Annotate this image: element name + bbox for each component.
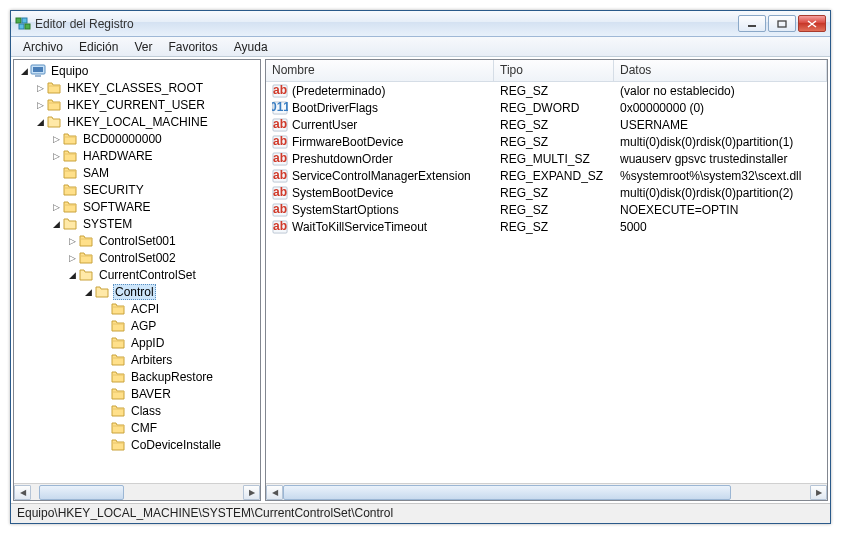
tree-item[interactable]: BackupRestore: [14, 368, 260, 385]
col-nombre[interactable]: Nombre: [266, 60, 494, 81]
tree-item-label: HKEY_CURRENT_USER: [65, 98, 207, 112]
registry-tree[interactable]: ◢ Equipo ▷ HKEY_CLASSES_ROOT ▷ HKEY_CURR…: [14, 60, 260, 483]
expand-closed-icon[interactable]: ▷: [50, 202, 62, 212]
tree-item-label: Class: [129, 404, 163, 418]
folder-icon: [30, 64, 46, 78]
tree-item[interactable]: ◢ SYSTEM: [14, 215, 260, 232]
folder-icon: [62, 183, 78, 197]
tree-item[interactable]: SAM: [14, 164, 260, 181]
scroll-thumb[interactable]: [283, 485, 731, 500]
value-name: WaitToKillServiceTimeout: [292, 220, 427, 234]
tree-item[interactable]: Arbiters: [14, 351, 260, 368]
expand-closed-icon[interactable]: ▷: [34, 83, 46, 93]
scroll-left-icon[interactable]: ◀: [266, 485, 283, 500]
scroll-right-icon[interactable]: ▶: [243, 485, 260, 500]
list-row[interactable]: 011 BootDriverFlags REG_DWORD 0x00000000…: [266, 99, 827, 116]
list-row[interactable]: ab SystemStartOptions REG_SZ NOEXECUTE=O…: [266, 201, 827, 218]
tree-item[interactable]: CMF: [14, 419, 260, 436]
value-data: wuauserv gpsvc trustedinstaller: [614, 152, 827, 166]
tree-item[interactable]: ◢ CurrentControlSet: [14, 266, 260, 283]
expand-open-icon[interactable]: ◢: [34, 117, 46, 127]
expand-closed-icon[interactable]: ▷: [50, 134, 62, 144]
tree-item[interactable]: ▷ ControlSet002: [14, 249, 260, 266]
expand-open-icon[interactable]: ◢: [82, 287, 94, 297]
tree-item[interactable]: ACPI: [14, 300, 260, 317]
menubar: Archivo Edición Ver Favoritos Ayuda: [11, 37, 830, 57]
string-value-icon: ab: [272, 84, 288, 98]
menu-ver[interactable]: Ver: [126, 38, 160, 56]
string-value-icon: ab: [272, 135, 288, 149]
list-row[interactable]: ab WaitToKillServiceTimeout REG_SZ 5000: [266, 218, 827, 235]
tree-item[interactable]: BAVER: [14, 385, 260, 402]
list-row[interactable]: ab (Predeterminado) REG_SZ (valor no est…: [266, 82, 827, 99]
tree-item-label: BAVER: [129, 387, 173, 401]
tree-item[interactable]: Class: [14, 402, 260, 419]
scroll-track[interactable]: [283, 485, 810, 500]
col-tipo[interactable]: Tipo: [494, 60, 614, 81]
tree-item[interactable]: ▷ ControlSet001: [14, 232, 260, 249]
folder-icon: [110, 353, 126, 367]
list-row[interactable]: ab ServiceControlManagerExtension REG_EX…: [266, 167, 827, 184]
value-type: REG_SZ: [494, 118, 614, 132]
scroll-right-icon[interactable]: ▶: [810, 485, 827, 500]
maximize-button[interactable]: [768, 15, 796, 32]
svg-rect-4: [748, 25, 756, 27]
menu-edicion[interactable]: Edición: [71, 38, 126, 56]
expand-open-icon[interactable]: ◢: [18, 66, 30, 76]
value-type: REG_SZ: [494, 186, 614, 200]
value-data: %systemroot%\system32\scext.dll: [614, 169, 827, 183]
svg-text:ab: ab: [273, 152, 287, 165]
expand-closed-icon[interactable]: ▷: [66, 253, 78, 263]
value-data: multi(0)disk(0)rdisk(0)partition(2): [614, 186, 827, 200]
string-value-icon: ab: [272, 152, 288, 166]
menu-favoritos[interactable]: Favoritos: [160, 38, 225, 56]
value-type: REG_SZ: [494, 135, 614, 149]
value-data: USERNAME: [614, 118, 827, 132]
tree-item[interactable]: ◢ Equipo: [14, 62, 260, 79]
tree-item[interactable]: AppID: [14, 334, 260, 351]
scroll-track[interactable]: [31, 485, 243, 500]
tree-item[interactable]: SECURITY: [14, 181, 260, 198]
tree-pane: ◢ Equipo ▷ HKEY_CLASSES_ROOT ▷ HKEY_CURR…: [13, 59, 261, 501]
tree-item[interactable]: ▷ HKEY_CLASSES_ROOT: [14, 79, 260, 96]
svg-rect-2: [19, 24, 24, 29]
tree-item[interactable]: ▷ HKEY_CURRENT_USER: [14, 96, 260, 113]
menu-ayuda[interactable]: Ayuda: [226, 38, 276, 56]
tree-item[interactable]: ▷ BCD00000000: [14, 130, 260, 147]
list-row[interactable]: ab SystemBootDevice REG_SZ multi(0)disk(…: [266, 184, 827, 201]
scroll-thumb[interactable]: [39, 485, 124, 500]
list-row[interactable]: ab FirmwareBootDevice REG_SZ multi(0)dis…: [266, 133, 827, 150]
list-row[interactable]: ab CurrentUser REG_SZ USERNAME: [266, 116, 827, 133]
tree-item[interactable]: ◢ HKEY_LOCAL_MACHINE: [14, 113, 260, 130]
col-datos[interactable]: Datos: [614, 60, 827, 81]
expand-open-icon[interactable]: ◢: [66, 270, 78, 280]
tree-item[interactable]: ▷ HARDWARE: [14, 147, 260, 164]
values-list[interactable]: ab (Predeterminado) REG_SZ (valor no est…: [266, 82, 827, 483]
binary-value-icon: 011: [272, 101, 288, 115]
value-type: REG_MULTI_SZ: [494, 152, 614, 166]
folder-icon: [110, 421, 126, 435]
expand-closed-icon[interactable]: ▷: [66, 236, 78, 246]
tree-item-label: SOFTWARE: [81, 200, 153, 214]
tree-item[interactable]: AGP: [14, 317, 260, 334]
list-row[interactable]: ab PreshutdownOrder REG_MULTI_SZ wuauser…: [266, 150, 827, 167]
minimize-button[interactable]: [738, 15, 766, 32]
scroll-left-icon[interactable]: ◀: [14, 485, 31, 500]
expand-open-icon[interactable]: ◢: [50, 219, 62, 229]
values-pane: Nombre Tipo Datos ab (Predeterminado) RE…: [265, 59, 828, 501]
value-name: ServiceControlManagerExtension: [292, 169, 471, 183]
folder-icon: [62, 200, 78, 214]
close-button[interactable]: [798, 15, 826, 32]
tree-item[interactable]: CoDeviceInstalle: [14, 436, 260, 453]
expand-closed-icon[interactable]: ▷: [34, 100, 46, 110]
tree-item-label: Arbiters: [129, 353, 174, 367]
tree-item[interactable]: ◢ Control: [14, 283, 260, 300]
tree-item[interactable]: ▷ SOFTWARE: [14, 198, 260, 215]
menu-archivo[interactable]: Archivo: [15, 38, 71, 56]
list-scrollbar-h[interactable]: ◀ ▶: [266, 483, 827, 500]
titlebar[interactable]: Editor del Registro: [11, 11, 830, 37]
tree-scrollbar-h[interactable]: ◀ ▶: [14, 483, 260, 500]
expand-closed-icon[interactable]: ▷: [50, 151, 62, 161]
folder-icon: [62, 149, 78, 163]
value-data: 0x00000000 (0): [614, 101, 827, 115]
